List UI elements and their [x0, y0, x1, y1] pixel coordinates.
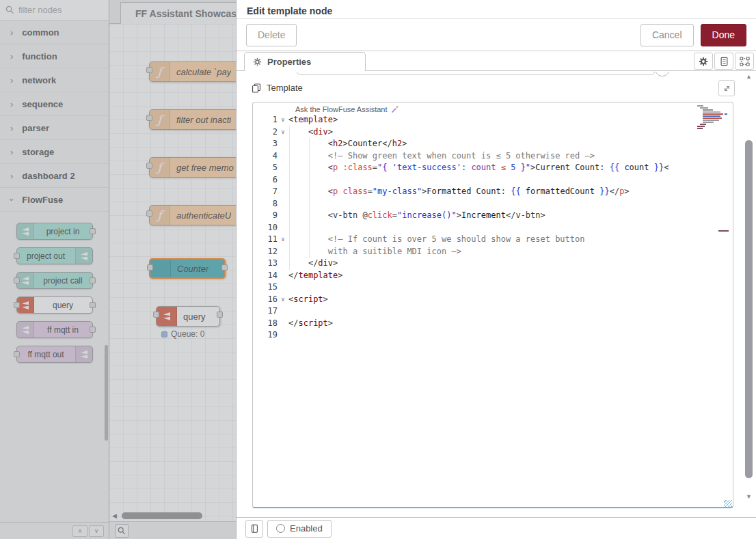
- node-port[interactable]: [90, 327, 96, 333]
- code-line-10[interactable]: 10: [253, 222, 733, 234]
- fold-icon[interactable]: ∨: [278, 294, 288, 306]
- sidebar-category-function[interactable]: ›function: [0, 44, 109, 68]
- expand-all-button[interactable]: ∨: [89, 525, 104, 537]
- sidebar-category-storage[interactable]: ›storage: [0, 140, 109, 164]
- node-port[interactable]: [14, 302, 20, 308]
- fold-icon[interactable]: ∨: [278, 114, 288, 126]
- code-line-18[interactable]: 18</script>: [253, 318, 733, 330]
- palette-node-project-out[interactable]: project out: [16, 247, 93, 264]
- code-line-15[interactable]: 15: [253, 281, 733, 294]
- canvas-horizontal-scrollbar[interactable]: ◀: [111, 512, 234, 521]
- fold-gutter: [278, 198, 288, 210]
- sidebar-category-sequence[interactable]: ›sequence: [0, 92, 109, 116]
- scroll-up-icon[interactable]: ▲: [746, 73, 752, 80]
- palette-search-input[interactable]: [18, 5, 95, 15]
- code-line-2[interactable]: 2∨ <div>: [253, 126, 733, 139]
- fold-icon[interactable]: ∨: [278, 234, 288, 246]
- palette-node-ff-mqtt-in[interactable]: ff mqtt in: [16, 321, 93, 338]
- tab-properties[interactable]: Properties: [244, 52, 366, 71]
- node-port[interactable]: [146, 210, 152, 217]
- enabled-toggle-button[interactable]: Enabled: [267, 520, 332, 538]
- node-port[interactable]: [14, 351, 20, 357]
- node-port[interactable]: [221, 264, 228, 271]
- chevron-right-icon: ›: [10, 123, 13, 133]
- sidebar-category-parser[interactable]: ›parser: [0, 116, 109, 140]
- code-line-11[interactable]: 11∨ <!— If count is over 5 we should sho…: [253, 234, 733, 246]
- palette-footer: ∧ ∨: [0, 522, 109, 539]
- node-port[interactable]: [14, 253, 20, 259]
- delete-button[interactable]: Delete: [246, 24, 297, 46]
- code-lines[interactable]: 1∨<template>2∨ <div>3 <h2>Counter</h2>4 …: [253, 114, 733, 342]
- node-counter[interactable]: Counter: [149, 258, 226, 279]
- code-line-3[interactable]: 3 <h2>Counter</h2>: [253, 138, 733, 150]
- scroll-down-icon[interactable]: ▼: [746, 493, 752, 500]
- sidebar-category-dashboard-2[interactable]: ›dashboard 2: [0, 164, 109, 188]
- node-port[interactable]: [153, 312, 159, 318]
- palette-node-project-in[interactable]: project in: [16, 223, 93, 240]
- node-port[interactable]: [90, 228, 96, 234]
- node-authenticateu[interactable]: ƒauthenticateU: [149, 205, 236, 225]
- fold-icon[interactable]: ∨: [278, 126, 288, 139]
- code-line-19[interactable]: 19: [253, 329, 733, 342]
- collapse-all-button[interactable]: ∧: [72, 525, 87, 537]
- navigator-button[interactable]: [115, 524, 129, 538]
- scrollbar-thumb[interactable]: [122, 512, 202, 519]
- palette-node-ff-mqtt-out[interactable]: ff mqtt out: [16, 346, 93, 363]
- dialog-scrollbar-thumb[interactable]: [745, 140, 753, 478]
- assistant-placeholder[interactable]: Ask the FlowFuse Assistant: [253, 104, 733, 114]
- node-filter-out-inacti[interactable]: ƒfilter out inacti: [149, 109, 236, 130]
- palette-node-project-call[interactable]: project call: [16, 272, 93, 289]
- flowfuse-icon: [21, 276, 30, 286]
- node-get-free-memo[interactable]: ƒget free memo: [149, 157, 236, 178]
- tab-ff-assistant-showcase[interactable]: FF Assistant Showcase: [120, 2, 236, 24]
- code-line-13[interactable]: 13 </div>: [253, 258, 733, 270]
- node-query[interactable]: query: [156, 306, 220, 327]
- node-port[interactable]: [90, 302, 96, 308]
- cancel-button[interactable]: Cancel: [640, 24, 694, 46]
- magic-wand-icon: [391, 105, 399, 113]
- fold-gutter: [278, 162, 288, 174]
- chevron-right-icon: ›: [10, 27, 13, 38]
- expand-editor-button[interactable]: [718, 80, 735, 96]
- node-port[interactable]: [90, 277, 96, 284]
- code-line-9[interactable]: 9 <v-btn @click="increase()">Increment</…: [253, 210, 733, 222]
- code-line-12[interactable]: 12 with a suitible MDI icon —>: [253, 246, 733, 258]
- scroll-left-icon[interactable]: ◀: [112, 512, 117, 519]
- minimap[interactable]: [694, 105, 727, 130]
- line-number: 8: [253, 198, 278, 210]
- node-settings-button[interactable]: [694, 53, 713, 70]
- palette-search[interactable]: [0, 0, 109, 20]
- code-line-17[interactable]: 17: [253, 305, 733, 318]
- appearance-button[interactable]: [735, 53, 754, 70]
- code-line-6[interactable]: 6: [253, 174, 733, 186]
- sidebar-category-flowfuse[interactable]: ›FlowFuse: [0, 188, 109, 212]
- node-calculate-pay[interactable]: ƒcalculate `pay: [149, 61, 236, 82]
- done-button[interactable]: Done: [701, 24, 746, 46]
- status-text: Queue: 0: [171, 329, 204, 339]
- template-code-editor[interactable]: Ask the FlowFuse Assistant 1∨<template>2…: [252, 102, 733, 508]
- node-port[interactable]: [147, 264, 153, 271]
- palette-node-query[interactable]: query: [16, 296, 93, 314]
- node-port[interactable]: [217, 312, 223, 318]
- node-help-button[interactable]: [245, 520, 263, 538]
- editor-resize-grip[interactable]: [724, 500, 732, 507]
- fold-gutter: [278, 329, 288, 342]
- code-line-14[interactable]: 14</template>: [253, 270, 733, 282]
- code-line-1[interactable]: 1∨<template>: [253, 114, 733, 126]
- sidebar-category-common[interactable]: ›common: [0, 20, 109, 44]
- tab-label: FF Assistant Showcase: [135, 8, 236, 19]
- code-line-5[interactable]: 5 <p :class="{ 'text-success': count ≤ 5…: [253, 162, 733, 174]
- sidebar-category-network[interactable]: ›network: [0, 68, 109, 92]
- fold-gutter: [278, 222, 288, 234]
- code-line-4[interactable]: 4 <!— Show green text when count is ≤ 5 …: [253, 150, 733, 163]
- description-button[interactable]: [714, 53, 733, 70]
- node-port[interactable]: [146, 67, 152, 73]
- code-line-8[interactable]: 8: [253, 198, 733, 210]
- code-line-16[interactable]: 16∨<script>: [253, 294, 733, 306]
- code-line-7[interactable]: 7 <p class="my-class">Formatted Count: {…: [253, 186, 733, 198]
- node-port[interactable]: [146, 115, 152, 121]
- palette-scrollbar[interactable]: [105, 345, 108, 441]
- workspace-canvas[interactable]: FF Assistant Showcase ƒcalculate `payƒfi…: [109, 0, 236, 539]
- node-port[interactable]: [14, 277, 20, 284]
- node-port[interactable]: [146, 163, 152, 169]
